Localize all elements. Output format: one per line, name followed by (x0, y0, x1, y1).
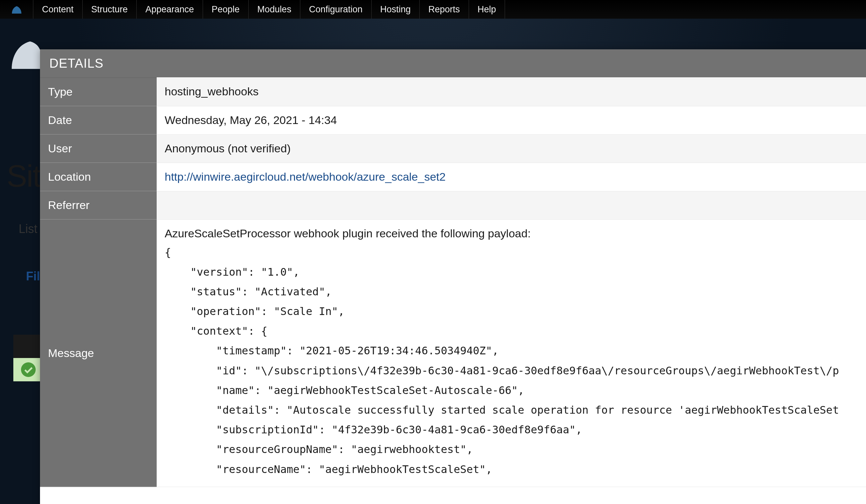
status-success-icon (13, 358, 43, 381)
toolbar-appearance[interactable]: Appearance (137, 0, 203, 19)
row-referrer: Referrer (40, 191, 866, 219)
value-date: Wednesday, May 26, 2021 - 14:34 (157, 106, 866, 134)
message-payload: { "version": "1.0", "status": "Activated… (165, 243, 858, 479)
toolbar-label: Hosting (380, 4, 411, 15)
value-type: hosting_webhooks (157, 78, 866, 106)
row-message: Message AzureScaleSetProcessor webhook p… (40, 219, 866, 487)
toolbar-hosting[interactable]: Hosting (372, 0, 420, 19)
toolbar-modules[interactable]: Modules (249, 0, 300, 19)
toolbar-configuration[interactable]: Configuration (300, 0, 372, 19)
label-user: User (40, 134, 157, 163)
row-type: Type hosting_webhooks (40, 78, 866, 106)
details-overlay: DETAILS Type hosting_webhooks Date Wedne… (40, 49, 866, 504)
toolbar-label: Help (478, 4, 496, 15)
page-title: Sit (7, 159, 40, 194)
toolbar-people[interactable]: People (203, 0, 249, 19)
toolbar-label: Content (42, 4, 74, 15)
row-date: Date Wednesday, May 26, 2021 - 14:34 (40, 106, 866, 134)
overlay-heading: DETAILS (40, 49, 866, 77)
toolbar-label: People (212, 4, 240, 15)
value-message: AzureScaleSetProcessor webhook plugin re… (157, 219, 866, 487)
value-user: Anonymous (not verified) (157, 134, 866, 163)
label-referrer: Referrer (40, 191, 157, 219)
row-user: User Anonymous (not verified) (40, 134, 866, 163)
toolbar-label: Reports (428, 4, 460, 15)
message-intro: AzureScaleSetProcessor webhook plugin re… (165, 227, 858, 240)
label-location: Location (40, 163, 157, 191)
toolbar-label: Modules (257, 4, 291, 15)
location-link[interactable]: http://winwire.aegircloud.net/webhook/az… (165, 170, 446, 183)
toolbar-home-icon[interactable] (0, 0, 33, 19)
toolbar-structure[interactable]: Structure (83, 0, 137, 19)
row-location: Location http://winwire.aegircloud.net/w… (40, 163, 866, 191)
tab-list[interactable]: List (19, 222, 37, 236)
svg-point-0 (21, 362, 36, 377)
toolbar-label: Configuration (309, 4, 363, 15)
toolbar-reports[interactable]: Reports (420, 0, 469, 19)
label-message: Message (40, 219, 157, 487)
toolbar-label: Appearance (145, 4, 194, 15)
admin-toolbar: Content Structure Appearance People Modu… (0, 0, 866, 19)
details-table: Type hosting_webhooks Date Wednesday, Ma… (40, 77, 866, 487)
value-location: http://winwire.aegircloud.net/webhook/az… (157, 163, 866, 191)
label-type: Type (40, 78, 157, 106)
toolbar-help[interactable]: Help (469, 0, 505, 19)
label-date: Date (40, 106, 157, 134)
toolbar-content[interactable]: Content (33, 0, 83, 19)
filter-label: Fil (26, 269, 40, 283)
value-referrer (157, 191, 866, 219)
table-header-stub (13, 335, 43, 358)
toolbar-label: Structure (91, 4, 128, 15)
